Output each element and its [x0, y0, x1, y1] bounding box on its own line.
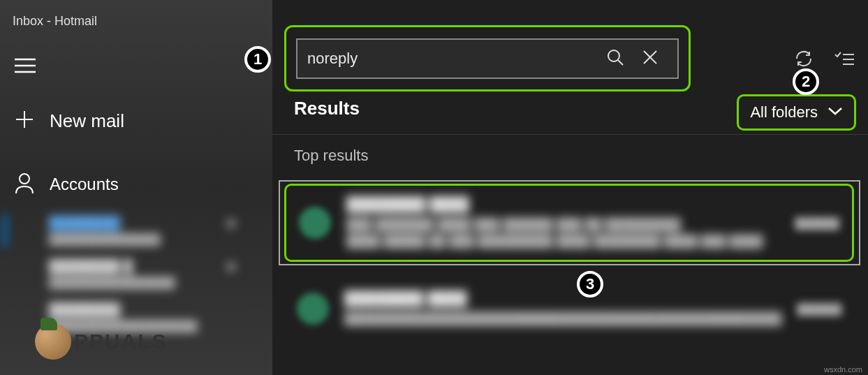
svg-point-6 [608, 50, 619, 61]
search-icon[interactable] [598, 48, 633, 69]
accounts-header[interactable]: Accounts [15, 172, 272, 196]
sync-icon [794, 57, 814, 69]
search-input[interactable] [307, 50, 598, 68]
accounts-label: Accounts [50, 175, 119, 194]
result-date: ██████ [795, 217, 839, 229]
divider [272, 134, 868, 135]
sync-button[interactable] [794, 50, 814, 70]
result-body: ████████ ████ ██████████████████████████… [344, 291, 781, 328]
search-box[interactable] [296, 38, 679, 79]
result-date: ██████ [797, 303, 841, 315]
sidebar: Inbox - Hotmail New mail Accounts ██████… [0, 0, 272, 375]
top-results-label: Top results [294, 147, 368, 165]
site-watermark: wsxdn.com [824, 365, 862, 374]
plus-icon [15, 110, 34, 132]
search-highlight-box [284, 25, 691, 91]
hamburger-icon [15, 64, 36, 75]
watermark-logo: PPUALS [35, 323, 168, 360]
svg-point-5 [20, 174, 29, 184]
annotation-marker-2: 2 [793, 68, 819, 95]
watermark-brand: PPUALS [74, 330, 168, 353]
folder-filter-label: All folders [750, 103, 818, 122]
account-item[interactable]: ████████ █ █████████████████ [0, 252, 272, 295]
toolbar-icons [794, 50, 854, 70]
folder-filter-dropdown[interactable]: All folders [737, 94, 856, 131]
hamburger-menu-button[interactable] [15, 58, 272, 76]
new-mail-label: New mail [50, 110, 124, 132]
clear-search-icon[interactable] [633, 48, 668, 69]
person-icon [15, 172, 34, 196]
search-result-item[interactable]: ████████ ████ ██████████████████████████… [284, 274, 854, 344]
search-result-item[interactable]: ████████ ████ ███ ███████ ████ ███ █████… [284, 184, 854, 262]
select-mode-button[interactable] [834, 50, 854, 70]
appuals-avatar-icon [35, 323, 71, 360]
account-item[interactable]: ████████ ███████████████ [0, 209, 272, 252]
checklist-icon [834, 57, 854, 69]
annotation-marker-3: 3 [577, 271, 603, 297]
chevron-down-icon [827, 106, 843, 119]
main-panel: Results All folders Top results ████████… [272, 0, 868, 375]
sender-avatar-icon [299, 207, 331, 239]
svg-line-7 [618, 60, 623, 65]
window-title: Inbox - Hotmail [0, 0, 272, 29]
sender-avatar-icon [297, 293, 329, 325]
result-body: ████████ ████ ███ ███████ ████ ███ █████… [346, 196, 779, 250]
annotation-marker-1: 1 [244, 46, 271, 73]
results-heading: Results [294, 98, 360, 119]
new-mail-button[interactable]: New mail [15, 110, 272, 132]
